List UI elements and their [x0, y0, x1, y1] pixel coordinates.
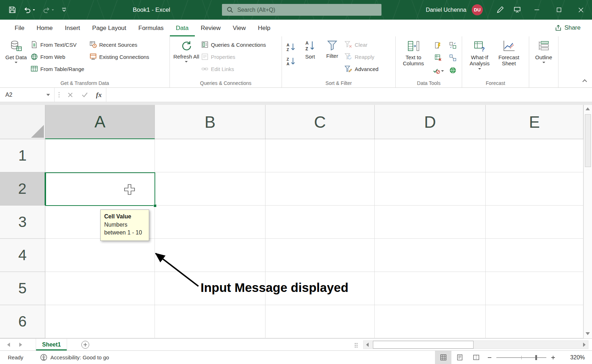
cell[interactable]	[486, 139, 583, 172]
cell[interactable]	[265, 139, 375, 172]
data-validation-button[interactable]	[430, 64, 447, 76]
collapse-ribbon-button[interactable]	[582, 79, 587, 84]
cell[interactable]	[375, 305, 486, 338]
sort-button[interactable]: AZ Sort	[299, 38, 322, 60]
cell[interactable]	[265, 239, 375, 272]
ink-button[interactable]	[491, 0, 508, 20]
cell[interactable]	[155, 239, 265, 272]
sheet-tab[interactable]: Sheet1	[36, 339, 67, 350]
from-web-button[interactable]: From Web	[29, 51, 88, 63]
new-sheet-button[interactable]	[81, 341, 89, 349]
flash-fill-button[interactable]	[430, 39, 447, 51]
row-header-5[interactable]: 5	[0, 272, 45, 305]
cell[interactable]	[45, 239, 155, 272]
tab-review[interactable]: Review	[195, 20, 227, 36]
cell[interactable]	[155, 172, 265, 206]
tab-file[interactable]: File	[9, 20, 30, 36]
row-header-2[interactable]: 2	[0, 172, 45, 206]
cell[interactable]	[265, 206, 375, 239]
sort-az-button[interactable]: AZ	[285, 42, 297, 52]
sort-za-button[interactable]: ZA	[285, 56, 297, 66]
tab-insert[interactable]: Insert	[59, 20, 86, 36]
tab-splitter-grip[interactable]	[355, 343, 358, 348]
row-header-6[interactable]: 6	[0, 305, 45, 338]
horizontal-scroll-thumb[interactable]	[373, 341, 474, 349]
cell[interactable]	[375, 172, 486, 206]
text-to-columns-button[interactable]: Text to Columns	[399, 38, 428, 67]
cell[interactable]	[45, 172, 155, 206]
filter-button[interactable]: Filter	[322, 38, 343, 59]
cell[interactable]	[155, 206, 265, 239]
tab-view[interactable]: View	[227, 20, 252, 36]
row-header-1[interactable]: 1	[0, 139, 45, 172]
cell[interactable]	[375, 272, 486, 305]
search-input[interactable]	[237, 7, 377, 13]
get-data-button[interactable]: Get Data	[3, 38, 29, 63]
save-button[interactable]	[9, 6, 16, 14]
remove-duplicates-button[interactable]	[430, 51, 447, 64]
advanced-filter-button[interactable]: Advanced	[343, 63, 387, 75]
cell[interactable]	[155, 139, 265, 172]
cell[interactable]	[45, 305, 155, 338]
vertical-scrollbar[interactable]	[583, 105, 592, 338]
normal-view-button[interactable]	[435, 351, 451, 364]
zoom-out-button[interactable]	[484, 351, 495, 364]
horizontal-scrollbar[interactable]	[363, 340, 588, 349]
tab-formulas[interactable]: Formulas	[132, 20, 170, 36]
zoom-level[interactable]: 320%	[562, 354, 585, 361]
cell[interactable]	[265, 305, 375, 338]
page-layout-view-button[interactable]	[451, 351, 468, 364]
page-break-view-button[interactable]	[468, 351, 484, 364]
scroll-left-button[interactable]	[366, 343, 369, 347]
tab-data[interactable]: Data	[170, 20, 195, 36]
refresh-all-button[interactable]: Refresh All	[173, 38, 200, 62]
sheet-nav-right-button[interactable]	[19, 343, 22, 347]
tab-page-layout[interactable]: Page Layout	[86, 20, 132, 36]
queries-connections-button[interactable]: Queries & Connections	[200, 39, 271, 51]
existing-connections-button[interactable]: Existing Connections	[88, 51, 165, 63]
minimize-button[interactable]	[526, 0, 548, 20]
cell[interactable]	[375, 239, 486, 272]
zoom-slider[interactable]	[496, 357, 546, 358]
column-header-c[interactable]: C	[265, 105, 375, 139]
scroll-up-button[interactable]	[586, 107, 590, 110]
formula-input[interactable]	[111, 92, 592, 98]
column-header-e[interactable]: E	[486, 105, 583, 139]
forecast-sheet-button[interactable]: Forecast Sheet	[494, 38, 523, 67]
what-if-analysis-button[interactable]: ? What-If Analysis	[465, 38, 494, 70]
column-header-a[interactable]: A	[45, 105, 155, 139]
cell[interactable]	[155, 305, 265, 338]
cell[interactable]	[486, 305, 583, 338]
scroll-down-button[interactable]	[586, 332, 590, 335]
avatar[interactable]: DU	[472, 4, 483, 15]
customize-quick-access-button[interactable]	[61, 7, 67, 12]
cell[interactable]	[265, 172, 375, 206]
cell[interactable]	[45, 139, 155, 172]
select-all-button[interactable]	[0, 105, 45, 139]
tab-help[interactable]: Help	[252, 20, 277, 36]
row-header-3[interactable]: 3	[0, 206, 45, 239]
name-box[interactable]: A2	[0, 88, 54, 102]
column-header-d[interactable]: D	[375, 105, 486, 139]
share-button[interactable]: Share	[551, 22, 585, 34]
zoom-in-button[interactable]	[548, 351, 558, 364]
cell[interactable]	[45, 272, 155, 305]
fill-handle[interactable]	[153, 204, 157, 207]
accessibility-status[interactable]: Accessibility: Good to go	[40, 354, 109, 361]
scroll-right-button[interactable]	[583, 343, 586, 347]
relationships-button[interactable]	[447, 51, 459, 64]
maximize-button[interactable]	[548, 0, 570, 20]
sheet-nav-left-button[interactable]	[7, 343, 10, 347]
close-button[interactable]	[570, 0, 592, 20]
manage-data-model-button[interactable]	[447, 64, 459, 76]
formula-input-area[interactable]	[106, 88, 592, 102]
ribbon-display-options-button[interactable]	[508, 0, 526, 20]
search-box[interactable]	[222, 4, 381, 16]
cell[interactable]	[486, 272, 583, 305]
from-text-csv-button[interactable]: From Text/CSV	[29, 39, 88, 51]
formula-bar-grip[interactable]	[55, 88, 63, 102]
cell[interactable]	[375, 139, 486, 172]
cell[interactable]	[486, 172, 583, 206]
zoom-slider-thumb[interactable]	[535, 355, 537, 360]
row-header-4[interactable]: 4	[0, 239, 45, 272]
